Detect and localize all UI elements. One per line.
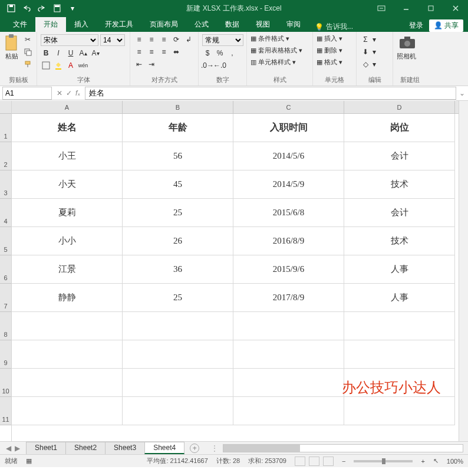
cancel-icon[interactable]: ✕: [57, 89, 62, 97]
tab-layout[interactable]: 页面布局: [141, 17, 186, 32]
horizontal-scrollbar[interactable]: [223, 444, 463, 452]
cell[interactable]: 会计: [344, 142, 455, 170]
cell[interactable]: [12, 369, 123, 397]
currency-icon[interactable]: $: [202, 48, 213, 58]
row-header-6[interactable]: 6: [0, 255, 11, 284]
fill-icon[interactable]: ⬇: [360, 47, 371, 57]
bold-button[interactable]: B: [41, 48, 51, 58]
cell[interactable]: 36: [123, 255, 233, 284]
row-header-3[interactable]: 3: [0, 170, 11, 199]
cell[interactable]: 技术: [344, 170, 455, 199]
cell[interactable]: 技术: [344, 227, 455, 255]
phonetic-icon[interactable]: wén: [78, 60, 88, 71]
share-button[interactable]: 👤 共享: [429, 19, 463, 32]
tab-data[interactable]: 数据: [217, 17, 248, 32]
align-top-icon[interactable]: ≡: [134, 34, 144, 45]
tab-file[interactable]: 文件: [5, 17, 35, 32]
cell[interactable]: [233, 369, 344, 397]
insert-button[interactable]: ▦插入 ▾: [317, 34, 342, 43]
vertical-scrollbar[interactable]: [459, 101, 468, 441]
copy-icon[interactable]: [22, 47, 33, 57]
cell[interactable]: 静静: [12, 284, 123, 312]
cell[interactable]: 2017/8/9: [233, 284, 344, 312]
cell[interactable]: [233, 397, 344, 425]
tab-review[interactable]: 审阅: [278, 17, 309, 32]
cell[interactable]: [233, 312, 344, 340]
font-color-icon[interactable]: A: [65, 60, 76, 71]
cell[interactable]: [12, 397, 123, 425]
cell[interactable]: [233, 340, 344, 369]
decrease-font-icon[interactable]: A▾: [90, 48, 101, 58]
row-header-2[interactable]: 2: [0, 142, 11, 170]
cell[interactable]: 夏莉: [12, 199, 123, 227]
tell-me[interactable]: 💡告诉我...: [309, 22, 353, 32]
table-format-button[interactable]: ▦套用表格格式 ▾: [251, 46, 302, 55]
redo-icon[interactable]: [37, 3, 47, 14]
row-header-9[interactable]: 9: [0, 340, 11, 369]
font-size-select[interactable]: 14: [100, 34, 125, 46]
clear-icon[interactable]: ◇: [360, 59, 371, 70]
ribbon-opts-icon[interactable]: [369, 0, 394, 17]
fill-color-icon[interactable]: [53, 60, 64, 71]
row-header-7[interactable]: 7: [0, 284, 11, 312]
sheet-tab-Sheet1[interactable]: Sheet1: [26, 442, 66, 454]
col-header-B[interactable]: B: [123, 101, 233, 113]
formula-input[interactable]: [85, 87, 456, 100]
cell[interactable]: 2014/5/6: [233, 142, 344, 170]
zoom-in-icon[interactable]: +: [421, 458, 424, 465]
row-header-8[interactable]: 8: [0, 312, 11, 340]
sheet-nav[interactable]: ◀▶: [0, 444, 26, 452]
next-sheet-icon[interactable]: ▶: [15, 444, 20, 452]
align-left-icon[interactable]: ≡: [134, 47, 144, 57]
format-painter-icon[interactable]: [22, 59, 33, 70]
cell[interactable]: [123, 340, 233, 369]
macro-icon[interactable]: ▦: [26, 457, 32, 465]
cell[interactable]: [123, 369, 233, 397]
align-bot-icon[interactable]: ≡: [159, 34, 169, 45]
camera-button[interactable]: 照相机: [397, 34, 416, 61]
cell[interactable]: 小天: [12, 170, 123, 199]
view-break-icon[interactable]: [323, 457, 334, 466]
enter-icon[interactable]: ✓: [66, 89, 72, 97]
cut-icon[interactable]: ✂: [22, 34, 33, 45]
percent-icon[interactable]: %: [215, 48, 225, 58]
decrease-decimal-icon[interactable]: ←.0: [215, 60, 225, 71]
delete-button[interactable]: ▦删除 ▾: [317, 46, 342, 55]
name-box[interactable]: [2, 87, 52, 100]
cell[interactable]: 人事: [344, 255, 455, 284]
font-name-select[interactable]: 宋体: [41, 34, 98, 46]
sheet-tab-Sheet3[interactable]: Sheet3: [105, 442, 145, 454]
sum-icon[interactable]: Σ: [360, 34, 371, 45]
row-header-11[interactable]: 11: [0, 397, 11, 425]
cell[interactable]: 小王: [12, 142, 123, 170]
row-header-5[interactable]: 5: [0, 227, 11, 255]
comma-icon[interactable]: ,: [227, 48, 238, 58]
col-header-C[interactable]: C: [233, 101, 344, 113]
align-right-icon[interactable]: ≡: [159, 47, 169, 57]
tab-formula[interactable]: 公式: [186, 17, 217, 32]
row-header-4[interactable]: 4: [0, 199, 11, 227]
view-normal-icon[interactable]: [295, 457, 305, 466]
cell[interactable]: 小小: [12, 227, 123, 255]
zoom-slider[interactable]: [354, 460, 413, 462]
cell[interactable]: [12, 340, 123, 369]
cell[interactable]: [123, 397, 233, 425]
tab-dev[interactable]: 开发工具: [97, 17, 141, 32]
align-center-icon[interactable]: ≡: [146, 47, 157, 57]
cell[interactable]: [123, 312, 233, 340]
paste-button[interactable]: 粘贴: [4, 34, 20, 61]
calc-icon[interactable]: [52, 3, 62, 14]
sheet-tab-Sheet2[interactable]: Sheet2: [65, 442, 106, 454]
col-header-D[interactable]: D: [344, 101, 455, 113]
cell-style-button[interactable]: ▥单元格样式 ▾: [251, 58, 296, 67]
cell[interactable]: 年龄: [123, 114, 233, 142]
qat-more-icon[interactable]: ▾: [67, 3, 78, 14]
col-header-A[interactable]: A: [12, 101, 123, 113]
cell[interactable]: 岗位: [344, 114, 455, 142]
italic-button[interactable]: I: [53, 48, 64, 58]
tab-home[interactable]: 开始: [35, 17, 66, 32]
cell[interactable]: 人事: [344, 284, 455, 312]
close-icon[interactable]: [443, 0, 468, 17]
wrap-text-icon[interactable]: ↲: [183, 34, 194, 45]
expand-fbar-icon[interactable]: ⌄: [456, 86, 468, 101]
